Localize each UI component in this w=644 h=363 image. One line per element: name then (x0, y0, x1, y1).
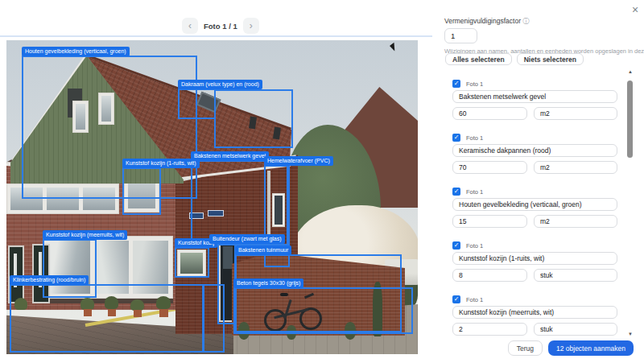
bbox-label: Bakstenen metselwerk gevel (191, 151, 269, 161)
bbox-beton-tegels[interactable]: Beton tegels 30x30 (grijs) (233, 287, 413, 334)
item-checkbox[interactable]: ✓ (452, 188, 460, 196)
item-amount-input[interactable] (452, 323, 527, 336)
item-unit-input[interactable] (534, 323, 617, 336)
viewer-divider (0, 35, 432, 37)
create-objects-button[interactable]: 12 objecten aanmaken (548, 340, 634, 356)
street-photo: Houten gevelbekleding (verticaal, groen)… (6, 40, 418, 354)
bbox-label: Bakstenen tuinmuur (235, 245, 291, 255)
close-icon[interactable]: × (629, 3, 642, 16)
item-checkbox[interactable]: ✓ (452, 80, 460, 88)
check-icon: ✓ (454, 241, 460, 249)
object-item: ✓ Foto 1 (452, 134, 625, 174)
check-icon: ✓ (454, 295, 460, 303)
scroll-down-icon[interactable]: ▼ (627, 332, 634, 336)
prev-photo-button[interactable]: ‹ (182, 18, 198, 34)
bbox-label: Houten gevelbekleding (verticaal, groen) (22, 47, 130, 56)
item-checkbox[interactable]: ✓ (452, 241, 460, 250)
bbox-label: Beton tegels 30x30 (grijs) (233, 278, 303, 288)
info-icon[interactable]: ⓘ (522, 18, 529, 25)
scroll-up-icon[interactable]: ▲ (627, 69, 634, 74)
check-icon: ✓ (454, 134, 460, 141)
check-icon: ✓ (454, 188, 460, 195)
bbox-kozijn-1ruits[interactable]: Kunststof kozijn (1-ruits, wit) (122, 167, 161, 215)
item-photo-label: Foto 1 (466, 134, 483, 142)
back-button[interactable]: Terug (508, 340, 543, 356)
selection-buttons: Alles selecteren Niets selecteren (445, 53, 584, 65)
bbox-dakraam[interactable]: Dakraam (velux type) en (rood) (178, 89, 216, 119)
bbox-houten-gevelbekleding[interactable]: Houten gevelbekleding (verticaal, groen) (22, 56, 197, 199)
bbox-label: Kunststof kozijn (meerruits, wit) (43, 230, 127, 240)
item-amount-input[interactable] (452, 269, 527, 282)
next-photo-button[interactable]: › (243, 18, 259, 34)
item-photo-label: Foto 1 (466, 296, 483, 303)
bbox-klinkerbestrating[interactable]: Klinkerbestrating (rood/bruin) (10, 284, 204, 353)
item-checkbox[interactable]: ✓ (452, 295, 460, 303)
bbox-label: Dakraam (velux type) en (rood) (178, 80, 262, 89)
object-item: ✓ Foto 1 (452, 241, 625, 282)
bbox-label: Hemelwaterafvoer (PVC) (264, 156, 333, 166)
photo-nav-label: Foto 1 / 1 (204, 22, 237, 31)
mouse-cursor-icon (390, 43, 398, 52)
factor-label-text: Vermenigvuldigingsfactor (444, 17, 521, 25)
objects-panel: × Vermenigvuldigingsfactor ⓘ Wijzigingen… (439, 0, 644, 363)
item-photo-label: Foto 1 (466, 80, 483, 88)
item-amount-input[interactable] (452, 107, 527, 120)
photo-nav: ‹ Foto 1 / 1 › (182, 18, 259, 34)
object-item: ✓ Foto 1 (452, 295, 625, 336)
item-checkbox[interactable]: ✓ (452, 134, 460, 142)
factor-label: Vermenigvuldigingsfactor ⓘ (444, 17, 529, 26)
item-name-input[interactable] (452, 306, 617, 319)
factor-input[interactable] (444, 28, 477, 43)
item-photo-label: Foto 1 (466, 242, 483, 250)
select-all-button[interactable]: Alles selecteren (445, 53, 512, 65)
item-unit-input[interactable] (534, 269, 617, 282)
item-name-input[interactable] (452, 144, 617, 157)
bbox-stoep[interactable] (203, 284, 225, 353)
item-name-input[interactable] (452, 252, 617, 265)
chevron-left-icon: ‹ (188, 20, 192, 31)
item-unit-input[interactable] (534, 107, 617, 120)
bbox-label: Klinkerbestrating (rood/bruin) (10, 275, 89, 285)
object-item: ✓ Foto 1 (452, 80, 625, 120)
annotation-viewer: ‹ Foto 1 / 1 › (0, 0, 644, 363)
panel-footer: Terug 12 objecten aanmaken (508, 340, 634, 356)
item-photo-label: Foto 1 (466, 188, 483, 196)
item-unit-input[interactable] (534, 215, 617, 228)
item-name-input[interactable] (452, 198, 617, 211)
item-name-input[interactable] (452, 90, 617, 103)
scrollbar-thumb[interactable] (627, 80, 633, 158)
item-unit-input[interactable] (534, 161, 617, 174)
check-icon: ✓ (454, 80, 460, 87)
select-none-button[interactable]: Niets selecteren (517, 53, 584, 65)
object-list[interactable]: ✓ Foto 1 ✓ Foto 1 ✓ Foto 1 (439, 74, 625, 336)
bbox-label: Kunststof kozijn (1-ruits, wit) (122, 159, 200, 168)
bbox-label: Buitendeur (zwart met glas) (209, 234, 285, 244)
bbox-dakpannen[interactable] (214, 89, 293, 148)
chevron-right-icon: › (250, 20, 253, 31)
scrollbar[interactable]: ▲ ▼ (626, 69, 634, 336)
item-amount-input[interactable] (452, 215, 527, 228)
object-item: ✓ Foto 1 (452, 188, 625, 228)
item-amount-input[interactable] (452, 161, 527, 174)
bbox-kozijn-klein[interactable]: Kunststof kozij (175, 247, 209, 278)
